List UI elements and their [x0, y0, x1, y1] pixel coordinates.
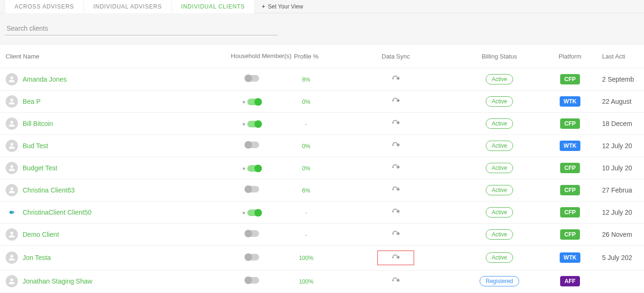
- cell-client-name: Bea P: [0, 90, 226, 112]
- client-link[interactable]: ChristinaClient Client50: [23, 209, 91, 216]
- clients-table: Client Name Household Member(s) Profile …: [0, 45, 644, 292]
- status-badge: Active: [486, 252, 514, 263]
- household-toggle[interactable]: [247, 121, 261, 127]
- cell-data-sync: [334, 90, 457, 112]
- cell-client-name: Bud Test: [0, 134, 226, 157]
- client-link[interactable]: Jonathan Staging Shaw: [23, 277, 92, 285]
- household-toggle[interactable]: [245, 186, 259, 193]
- client-link[interactable]: Bea P: [23, 98, 41, 105]
- cell-last-activity: 12 July 20: [598, 201, 644, 223]
- cell-last-activity: 22 August: [598, 90, 644, 112]
- platform-badge: CFP: [560, 118, 580, 129]
- cell-household: ▾: [226, 201, 278, 223]
- sync-icon[interactable]: [391, 75, 400, 82]
- cell-profile-pct: 6%: [278, 179, 334, 201]
- cell-household: [226, 245, 278, 270]
- table-row: Amanda Jones8%ActiveCFP2 Septemb: [0, 68, 644, 90]
- search-input[interactable]: [5, 22, 278, 35]
- sync-icon[interactable]: [391, 208, 400, 215]
- cell-last-activity: 18 Decem: [598, 112, 644, 134]
- cell-profile-pct: 0%: [278, 134, 334, 157]
- sync-highlight: [377, 251, 414, 265]
- diamond-icon: [6, 206, 18, 218]
- client-link[interactable]: Budget Test: [23, 164, 57, 172]
- col-household[interactable]: Household Member(s): [226, 45, 278, 68]
- col-billing-status[interactable]: Billing Status: [457, 45, 542, 68]
- household-toggle[interactable]: [245, 142, 259, 148]
- chevron-down-icon[interactable]: ▾: [243, 166, 245, 172]
- client-link[interactable]: Jon Testa: [23, 254, 51, 261]
- cell-platform: WTK: [542, 90, 598, 112]
- table-header-row: Client Name Household Member(s) Profile …: [0, 45, 644, 68]
- platform-badge: CFP: [560, 74, 580, 84]
- cell-household: [226, 68, 278, 90]
- platform-badge: AFF: [560, 276, 580, 286]
- sync-icon[interactable]: [391, 254, 400, 260]
- sync-icon[interactable]: [391, 164, 400, 170]
- cell-platform: CFP: [542, 112, 598, 134]
- cell-platform: CFP: [542, 223, 598, 245]
- cell-data-sync: [334, 270, 457, 292]
- status-badge: Active: [486, 74, 514, 84]
- avatar-icon: [6, 162, 18, 174]
- cell-platform: WTK: [542, 245, 598, 270]
- chevron-down-icon[interactable]: ▾: [243, 99, 245, 105]
- sync-icon[interactable]: [391, 97, 400, 104]
- cell-last-activity: 5 July 202: [598, 245, 644, 270]
- household-toggle[interactable]: [247, 209, 261, 216]
- sync-icon[interactable]: [391, 230, 400, 237]
- cell-client-name: ChristinaClient Client50: [0, 201, 226, 223]
- tab-individual-advisers[interactable]: INDIVIDUAL ADVISERS: [84, 0, 171, 13]
- client-link[interactable]: Christina Client63: [23, 186, 75, 194]
- household-toggle[interactable]: [247, 165, 261, 172]
- table-row: ChristinaClient Client50▾-ActiveCFP12 Ju…: [0, 201, 644, 223]
- cell-billing-status: Active: [457, 90, 542, 112]
- avatar-icon: [6, 140, 18, 152]
- col-client-name[interactable]: Client Name: [0, 45, 226, 68]
- col-last-activity[interactable]: Last Acti: [598, 45, 644, 68]
- cell-last-activity: 2 Septemb: [598, 68, 644, 90]
- chevron-down-icon[interactable]: ▾: [243, 121, 245, 127]
- cell-data-sync: [334, 157, 457, 179]
- tab-across-advisers[interactable]: ACROSS ADVISERS: [5, 0, 84, 13]
- status-badge: Active: [486, 118, 514, 129]
- col-data-sync[interactable]: Data Sync: [334, 45, 457, 68]
- sync-icon[interactable]: [391, 277, 400, 284]
- status-badge: Active: [486, 185, 514, 195]
- sync-icon[interactable]: [391, 186, 400, 193]
- chevron-down-icon[interactable]: ▾: [243, 210, 245, 216]
- cell-platform: CFP: [542, 201, 598, 223]
- set-view-label: Set Your View: [268, 3, 303, 10]
- cell-data-sync: [334, 112, 457, 134]
- set-your-view-button[interactable]: + Set Your View: [262, 3, 303, 10]
- cell-household: [226, 270, 278, 292]
- client-link[interactable]: Demo Client: [23, 231, 59, 238]
- client-link[interactable]: Bill Bitcoin: [23, 120, 53, 127]
- household-toggle[interactable]: [245, 254, 259, 260]
- cell-profile-pct: -: [278, 201, 334, 223]
- client-link[interactable]: Amanda Jones: [23, 75, 66, 83]
- cell-profile-pct: -: [278, 223, 334, 245]
- sync-icon[interactable]: [391, 119, 400, 126]
- cell-platform: AFF: [542, 270, 598, 292]
- household-toggle[interactable]: [245, 230, 259, 237]
- cell-client-name: Christina Client63: [0, 179, 226, 201]
- cell-billing-status: Registered: [457, 270, 542, 292]
- cell-profile-pct: 100%: [278, 245, 334, 270]
- cell-platform: CFP: [542, 68, 598, 90]
- cell-household: [226, 223, 278, 245]
- household-toggle[interactable]: [245, 75, 259, 82]
- cell-platform: CFP: [542, 157, 598, 179]
- cell-profile-pct: 8%: [278, 68, 334, 90]
- cell-client-name: Amanda Jones: [0, 68, 226, 90]
- plus-icon: +: [262, 3, 265, 10]
- tab-individual-clients[interactable]: INDIVIDUAL CLIENTS: [172, 0, 255, 13]
- client-link[interactable]: Bud Test: [23, 142, 48, 150]
- status-badge: Active: [486, 163, 514, 173]
- sync-icon[interactable]: [391, 142, 400, 148]
- avatar-icon: [6, 184, 18, 196]
- household-toggle[interactable]: [247, 99, 261, 105]
- col-platform[interactable]: Platform: [542, 45, 598, 68]
- cell-billing-status: Active: [457, 112, 542, 134]
- household-toggle[interactable]: [245, 277, 259, 284]
